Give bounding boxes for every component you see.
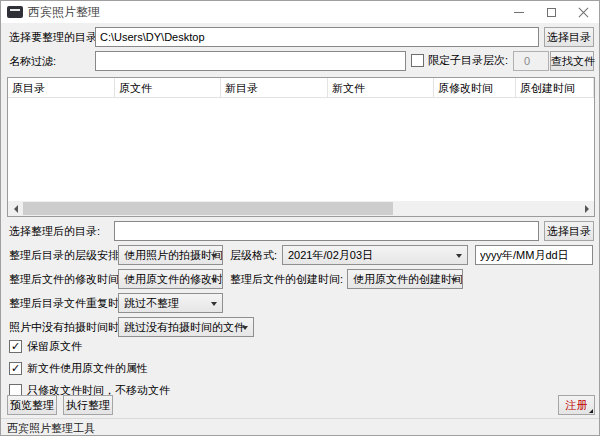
app-icon: [7, 6, 23, 18]
execute-organize-button[interactable]: 执行整理: [63, 395, 113, 415]
name-filter-input[interactable]: [95, 51, 406, 71]
scroll-right-button[interactable]: [579, 201, 594, 216]
subdir-depth-spinner[interactable]: 0: [513, 51, 549, 71]
maximize-button[interactable]: [535, 1, 567, 23]
file-table: 原目录 原文件 新目录 新文件 原修改时间 原创建时间: [7, 77, 595, 217]
combo-arrow-icon: [451, 278, 457, 282]
level-format-value: 2021年/02月03日: [288, 249, 373, 261]
use-original-attributes-checkbox[interactable]: [9, 362, 22, 375]
find-files-button[interactable]: 查找文件: [550, 51, 594, 71]
combo-arrow-icon: [211, 278, 217, 282]
register-button[interactable]: 注册: [558, 395, 595, 415]
no-capture-time-label: 照片中没有拍摄时间时:: [9, 317, 122, 337]
scroll-left-icon: [14, 205, 18, 213]
keep-original-files-checkbox[interactable]: [9, 340, 22, 353]
choose-source-directory-button[interactable]: 选择目录: [544, 27, 594, 47]
hierarchy-arrangement-label: 整理后目录的层级安排:: [9, 245, 122, 265]
modified-time-select[interactable]: 使用原文件的修改时间: [118, 269, 223, 289]
limit-subdir-depth-checkbox[interactable]: [411, 54, 424, 67]
window-controls: [503, 1, 599, 23]
preview-organize-button[interactable]: 预览整理: [7, 395, 57, 415]
no-capture-time-select[interactable]: 跳过没有拍摄时间的文件: [118, 317, 254, 337]
table-body: [8, 98, 594, 201]
combo-arrow-icon: [456, 254, 462, 258]
minimize-icon: [514, 12, 524, 13]
maximize-icon: [547, 8, 556, 17]
source-directory-label: 选择要整理的目录:: [9, 27, 100, 47]
no-capture-time-value: 跳过没有拍摄时间的文件: [124, 321, 245, 333]
duplicate-handling-label: 整理后目录文件重复时:: [9, 293, 122, 313]
limit-subdir-depth-label: 限定子目录层次:: [428, 53, 508, 68]
format-pattern-input[interactable]: [475, 245, 593, 265]
name-filter-label: 名称过滤:: [9, 51, 56, 71]
modified-time-value: 使用原文件的修改时间: [124, 273, 223, 285]
app-window: 西宾照片整理 选择要整理的目录: 选择目录 名称过滤: 限定子目录层次: 0 查…: [0, 0, 600, 436]
combo-arrow-icon: [211, 302, 217, 306]
hierarchy-arrangement-value: 使用照片的拍摄时间: [124, 249, 223, 261]
column-header-new-file[interactable]: 新文件: [328, 78, 434, 97]
status-bar-text: 西宾照片整理工具: [7, 422, 95, 434]
hierarchy-arrangement-select[interactable]: 使用照片的拍摄时间: [118, 245, 223, 265]
level-format-label: 层级格式:: [230, 245, 277, 265]
keep-original-files-label: 保留原文件: [27, 339, 82, 354]
titlebar: 西宾照片整理: [1, 1, 599, 23]
duplicate-handling-value: 跳过不整理: [124, 297, 179, 309]
minimize-button[interactable]: [503, 1, 535, 23]
scrollbar-thumb[interactable]: [23, 202, 393, 215]
scroll-right-icon: [585, 205, 589, 213]
column-header-original-file[interactable]: 原文件: [115, 78, 221, 97]
duplicate-handling-select[interactable]: 跳过不整理: [118, 293, 223, 313]
level-format-select[interactable]: 2021年/02月03日: [282, 245, 468, 265]
created-time-label: 整理后文件的创建时间:: [230, 269, 343, 289]
combo-arrow-icon: [211, 254, 217, 258]
combo-arrow-icon: [242, 326, 248, 330]
use-original-attributes-label: 新文件使用原文件的属性: [27, 361, 148, 376]
close-icon: [578, 7, 589, 18]
column-header-new-directory[interactable]: 新目录: [221, 78, 328, 97]
created-time-value: 使用原文件的创建时间: [353, 273, 463, 285]
created-time-select[interactable]: 使用原文件的创建时间: [347, 269, 463, 289]
column-header-original-modified-time[interactable]: 原修改时间: [434, 78, 516, 97]
column-header-original-directory[interactable]: 原目录: [8, 78, 115, 97]
horizontal-scrollbar[interactable]: [8, 201, 594, 216]
modified-time-label: 整理后文件的修改时间:: [9, 269, 122, 289]
dest-directory-input[interactable]: [114, 221, 539, 241]
choose-dest-directory-button[interactable]: 选择目录: [544, 221, 594, 241]
scroll-left-button[interactable]: [8, 201, 23, 216]
dest-directory-label: 选择整理后的目录:: [9, 221, 100, 241]
close-button[interactable]: [567, 1, 599, 23]
register-button-label: 注册: [566, 399, 588, 411]
table-header-row: 原目录 原文件 新目录 新文件 原修改时间 原创建时间: [8, 78, 594, 98]
source-directory-input[interactable]: [95, 27, 539, 47]
status-bar: 西宾照片整理工具: [1, 418, 599, 435]
column-header-original-created-time[interactable]: 原创建时间: [516, 78, 594, 97]
register-menu-indicator-icon: [589, 409, 593, 413]
window-title: 西宾照片整理: [28, 4, 100, 21]
